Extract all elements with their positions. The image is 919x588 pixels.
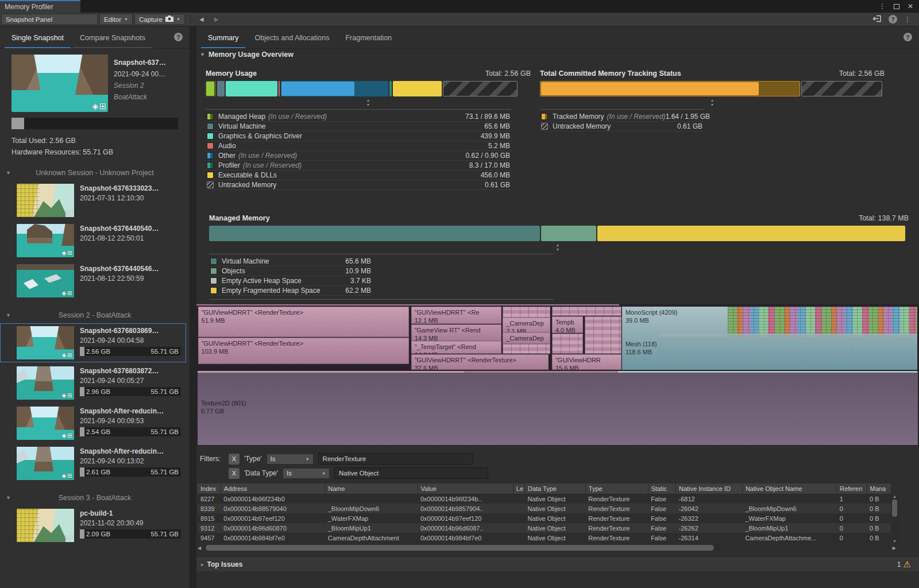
treemap-block[interactable] [728, 307, 918, 337]
col-native-instance-id[interactable]: Native Instance ID [676, 483, 743, 494]
treemap-block[interactable]: Mesh (118) 118.6 MB [622, 338, 918, 370]
managed-memory-bar[interactable] [209, 226, 909, 241]
cell-native-instance-id[interactable]: -26322 [676, 513, 743, 523]
cell-native-instance-id[interactable]: -26042 [676, 504, 743, 513]
table-vertical-scrollbar[interactable]: ▲ ▼ [891, 494, 898, 543]
cell-native-object-name[interactable]: _WaterFXMap [742, 513, 836, 523]
capture-button[interactable]: Capture ▼ [134, 14, 185, 25]
treemap-block[interactable] [465, 371, 617, 373]
snapshot-panel-dropdown[interactable]: Snapshot Panel [1, 14, 98, 25]
cell-native-object-name[interactable]: CameraDepthAttachme... [742, 533, 836, 543]
col-address[interactable]: Address [221, 483, 325, 494]
cell-references[interactable]: 1 [837, 494, 867, 504]
bar-segment[interactable] [801, 81, 882, 96]
tab-fragmentation[interactable]: Fragmentation [338, 29, 399, 48]
bar-segment[interactable] [389, 81, 392, 96]
treemap-block[interactable] [552, 334, 583, 354]
forward-button[interactable]: ▶ [209, 14, 224, 25]
bar-segment[interactable] [209, 226, 540, 241]
table-row[interactable]: 8227 0x0000014b96f234b0 0x0000014b96f234… [198, 494, 891, 504]
scroll-down-icon[interactable]: ▼ [893, 539, 897, 543]
bar-segment[interactable] [443, 81, 518, 96]
memory-usage-bar[interactable] [206, 81, 531, 96]
treemap-block[interactable]: "GameView RT" <Rend 14.3 MB [411, 324, 501, 341]
snapshot-list-item[interactable]: ◈⊞ Snapshot-6376333023… 2021-07-31 12:10… [0, 181, 186, 220]
cell-references[interactable]: 0 [837, 513, 867, 523]
treemap-block[interactable]: _CameraDep 7.1 MB [503, 318, 550, 332]
bar-segment[interactable] [393, 81, 442, 96]
table-row[interactable]: 9312 0x0000014b96d60870 _BloomMipUp1 0x0… [198, 523, 891, 533]
table-row[interactable]: 8915 0x0000014b97eef120 _WaterFXMap 0x00… [198, 513, 891, 523]
bar-segment[interactable] [281, 81, 388, 96]
treemap-block[interactable]: "GUIViewHDRRT" <RenderTexture> 37.6 MB [411, 354, 549, 370]
cell-references[interactable]: 0 [837, 504, 867, 513]
bar-segment[interactable] [597, 226, 905, 241]
table-horizontal-scrollbar[interactable]: ◀ ▶ [198, 544, 896, 552]
help-icon[interactable]: ? [889, 15, 897, 24]
scrollbar-track[interactable] [203, 544, 890, 551]
scroll-left-icon[interactable]: ◀ [198, 546, 201, 551]
col-name[interactable]: Name [325, 483, 418, 494]
col-data-type[interactable]: Data Type [524, 483, 585, 494]
expand-handle[interactable]: ▲▼ [540, 96, 885, 109]
snapshot-list-item[interactable]: ◈⊞ Snapshot-6376803872… 2021-09-24 00:05… [0, 363, 186, 403]
scrollbar-thumb[interactable] [892, 500, 897, 517]
cell-references[interactable]: 0 [837, 533, 867, 543]
window-tab-memory-profiler[interactable]: Memory Profiler [0, 0, 80, 13]
expand-handle[interactable]: ▲▼ [206, 96, 531, 109]
remove-filter-button[interactable]: X [229, 468, 240, 479]
window-menu-icon[interactable]: ⋮ [879, 2, 886, 10]
bar-segment[interactable] [279, 81, 280, 96]
treemap-block[interactable] [503, 307, 550, 317]
help-icon[interactable]: ? [903, 33, 912, 41]
treemap-block[interactable] [617, 371, 917, 373]
bar-segment[interactable] [540, 81, 800, 96]
expand-handle[interactable]: ▲▼ [196, 241, 919, 254]
cell-native-instance-id[interactable]: -6812 [676, 494, 743, 504]
treemap-block[interactable] [503, 344, 550, 354]
maximize-icon[interactable] [894, 4, 899, 9]
treemap-block[interactable] [552, 307, 621, 316]
treemap-block[interactable]: "_TempTarget" <Rend 14.3 MB [411, 341, 501, 354]
scroll-up-icon[interactable]: ▲ [893, 494, 897, 498]
treemap-block[interactable]: "GUIViewHDRRT" <RenderTexture> 51.9 MB [198, 307, 409, 337]
col-length[interactable]: Le [513, 483, 524, 494]
cell-native-instance-id[interactable]: -26314 [676, 533, 743, 543]
treemap-block[interactable]: "GUIViewHDRRT" <Re 12.1 MB [411, 307, 501, 324]
bar-segment[interactable] [541, 226, 596, 241]
col-type[interactable]: Type [585, 483, 648, 494]
snapshot-list-item[interactable]: ◈⊞ pc-build-1 2021-11-02 20:30:49 2.09 G… [0, 506, 186, 545]
back-button[interactable]: ◀ [194, 14, 209, 25]
overflow-menu-icon[interactable]: ⋮ [904, 16, 911, 24]
cell-references[interactable]: 0 [837, 523, 867, 533]
treemap-block[interactable] [659, 334, 917, 339]
col-index[interactable]: Index [198, 483, 221, 494]
tab-compare-snapshots[interactable]: Compare Snapshots [73, 29, 152, 48]
treemap-block[interactable]: "GUIViewHDRRT" <RenderTexture> 103.9 MB [198, 338, 409, 364]
snapshot-list-item[interactable]: ◈⊞ Snapshot-After-reducin… 2021-09-24 00… [0, 444, 186, 483]
treemap-block[interactable]: _CameraDep 7.1 MB [503, 332, 550, 344]
memory-usage-overview-header[interactable]: ▼ Memory Usage Overview [196, 49, 919, 60]
col-value[interactable]: Value [418, 483, 513, 494]
session-header-session3[interactable]: ▼ Session 3 - BoatAttack [0, 491, 190, 505]
table-row[interactable]: 8339 0x0000014b98579040 _BloomMipDown6 0… [198, 504, 891, 513]
cell-native-object-name[interactable]: _BloomMipDown6 [742, 504, 836, 513]
filter-value-input[interactable]: Native Object [334, 467, 488, 479]
col-references[interactable]: Referen [837, 483, 867, 494]
filter-value-input[interactable]: RenderTexture [318, 453, 473, 465]
help-icon[interactable]: ? [174, 33, 183, 41]
snapshot-list-item[interactable]: ◈⊞ Snapshot-6376803869… 2021-09-24 00:04… [0, 323, 186, 362]
session-header-session2[interactable]: ▼ Session 2 - BoatAttack [0, 308, 190, 322]
bar-segment[interactable] [217, 81, 225, 96]
table-row[interactable]: 9457 0x0000014b984bf7e0 CameraDepthAttac… [198, 533, 891, 543]
col-managed[interactable]: Mana [867, 483, 891, 494]
scrollbar-thumb[interactable] [206, 545, 714, 551]
top-issues-bar[interactable]: ▸ Top Issues 1 ⚠ [196, 556, 919, 571]
bar-segment[interactable] [226, 81, 277, 96]
bar-segment[interactable] [206, 81, 216, 96]
filter-operator-dropdown[interactable]: Is▼ [283, 468, 330, 479]
session-header-unknown[interactable]: ▼ Unknown Session - Unknown Project [0, 166, 190, 180]
treemap-block[interactable]: Tempb 4.0 MB [552, 316, 583, 334]
filter-operator-dropdown[interactable]: Is▼ [267, 454, 314, 465]
tab-objects-and-allocations[interactable]: Objects and Allocations [248, 29, 336, 48]
